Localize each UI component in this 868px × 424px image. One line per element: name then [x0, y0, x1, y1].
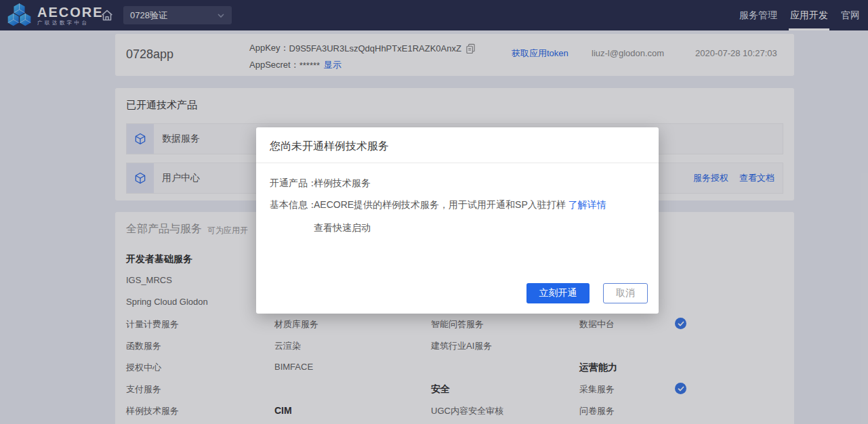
product-label: 开通产品：	[270, 177, 317, 190]
info-value: AECORE提供的样例技术服务，用于试用开通和SP入驻打样 了解详情	[314, 199, 606, 211]
modal-title: 您尚未开通样例技术服务	[270, 140, 389, 154]
open-service-modal: 您尚未开通样例技术服务 开通产品： 样例技术服务 基本信息： AECORE提供的…	[256, 127, 659, 314]
learn-more-link[interactable]: 了解详情	[569, 199, 606, 210]
quickstart-link[interactable]: 查看快速启动	[314, 222, 371, 234]
info-text: AECORE提供的样例技术服务，用于试用开通和SP入驻打样	[314, 199, 566, 210]
open-now-button[interactable]: 立刻开通	[526, 283, 590, 303]
modal-divider	[256, 163, 659, 163]
page: AECORE 广联达数字中台 0728验证 服务管理 应用开发 官网 0728a…	[0, 0, 868, 424]
product-value: 样例技术服务	[314, 177, 371, 190]
cancel-button[interactable]: 取消	[603, 283, 648, 303]
info-label: 基本信息：	[270, 199, 317, 211]
